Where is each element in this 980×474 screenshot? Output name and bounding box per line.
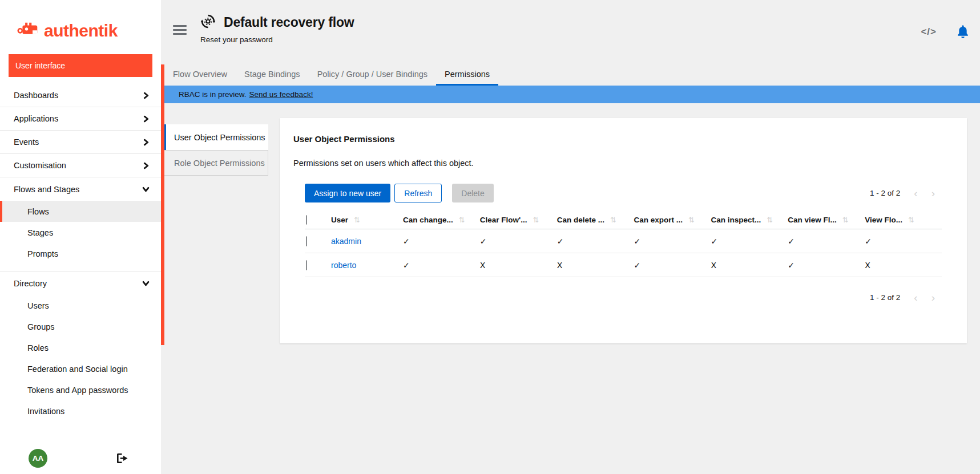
pagination-prev-icon[interactable]: ‹ xyxy=(907,188,924,198)
perm-value: X xyxy=(711,261,788,270)
chevron-right-icon xyxy=(142,162,150,169)
refresh-button[interactable]: Refresh xyxy=(394,184,442,202)
subtab-role-object-permissions[interactable]: Role Object Permissions xyxy=(164,150,268,176)
assign-to-new-user-button[interactable]: Assign to new user xyxy=(305,184,390,202)
sort-icon[interactable]: ⇅ xyxy=(533,216,539,224)
sidebar-item-federation[interactable]: Federation and Social login xyxy=(0,358,161,379)
select-all-checkbox[interactable] xyxy=(306,215,307,225)
brand-logo[interactable]: authentik xyxy=(17,21,161,40)
sidebar-item-prompts[interactable]: Prompts xyxy=(0,243,161,264)
subtab-user-object-permissions[interactable]: User Object Permissions xyxy=(164,124,268,150)
pagination-next-icon[interactable]: › xyxy=(925,292,942,303)
sidebar-item-label: Events xyxy=(14,137,39,147)
sidebar-item-label: Customisation xyxy=(14,161,66,170)
row-checkbox[interactable] xyxy=(306,236,307,246)
sidebar-item-events[interactable]: Events xyxy=(0,131,161,154)
page-title: Default recovery flow xyxy=(224,15,354,30)
perm-value: ✓ xyxy=(788,237,865,246)
column-header: Can view Fl... xyxy=(788,216,837,224)
sidebar-item-groups[interactable]: Groups xyxy=(0,316,161,337)
sidebar-item-label: Directory xyxy=(14,279,47,288)
sidebar-item-stages[interactable]: Stages xyxy=(0,222,161,243)
card-description: Permissions set on users which affect th… xyxy=(293,159,953,168)
table-toolbar: Assign to new user Refresh Delete 1 - 2 … xyxy=(305,184,942,202)
sort-icon[interactable]: ⇅ xyxy=(610,216,616,224)
column-header: Clear Flow'... xyxy=(480,216,527,224)
sidebar-item-tokens[interactable]: Tokens and App passwords xyxy=(0,379,161,400)
sort-icon[interactable]: ⇅ xyxy=(908,216,914,224)
authentik-logo-icon xyxy=(17,21,40,40)
perm-value: ✓ xyxy=(403,261,480,270)
permission-subtabs: User Object Permissions Role Object Perm… xyxy=(164,124,268,176)
pagination-label: 1 - 2 of 2 xyxy=(870,293,900,302)
tab-bar: Flow Overview Stage Bindings Policy / Gr… xyxy=(164,64,980,86)
sidebar-nav: Dashboards Applications Events Customisa… xyxy=(0,84,161,422)
perm-value: X xyxy=(557,261,634,270)
user-object-permissions-card: User Object Permissions Permissions set … xyxy=(280,118,967,343)
table-row: roberto ✓ X X ✓ X ✓ X xyxy=(305,253,942,277)
tab-permissions[interactable]: Permissions xyxy=(436,64,498,86)
table-header-row: User⇅ Can change...⇅ Clear Flow'...⇅ Can… xyxy=(305,210,942,229)
rbac-preview-banner: RBAC is in preview. Send us feedback! xyxy=(164,86,980,103)
feedback-link[interactable]: Send us feedback! xyxy=(249,90,313,99)
column-header: Can delete ... xyxy=(557,216,604,224)
perm-value: ✓ xyxy=(403,237,480,246)
sidebar-item-customisation[interactable]: Customisation xyxy=(0,154,161,177)
api-code-icon[interactable]: </> xyxy=(921,26,937,38)
sort-icon[interactable]: ⇅ xyxy=(354,216,360,224)
sidebar-item-flows-and-stages[interactable]: Flows and Stages xyxy=(0,177,161,201)
row-checkbox[interactable] xyxy=(306,260,307,270)
pagination-prev-icon[interactable]: ‹ xyxy=(907,292,924,303)
sidebar: authentik User interface Dashboards Appl… xyxy=(0,0,161,474)
column-header: Can inspect... xyxy=(711,216,761,224)
column-header: View Flo... xyxy=(865,216,902,224)
perm-value: ✓ xyxy=(634,261,711,270)
flow-icon xyxy=(200,14,216,31)
sidebar-item-applications[interactable]: Applications xyxy=(0,107,161,131)
card-title: User Object Permissions xyxy=(293,134,953,144)
sort-icon[interactable]: ⇅ xyxy=(767,216,773,224)
chevron-down-icon xyxy=(142,279,150,287)
chevron-right-icon xyxy=(142,139,150,146)
sidebar-item-flows[interactable]: Flows xyxy=(0,201,161,222)
hamburger-menu-icon[interactable] xyxy=(173,25,187,35)
perm-value: ✓ xyxy=(557,237,634,246)
perm-value: ✓ xyxy=(480,237,557,246)
sidebar-accent-stripe xyxy=(161,64,164,345)
perm-value: ✓ xyxy=(634,237,711,246)
table-section: Assign to new user Refresh Delete 1 - 2 … xyxy=(305,184,942,303)
pagination-bottom: 1 - 2 of 2 ‹ › xyxy=(870,292,942,303)
tab-flow-overview[interactable]: Flow Overview xyxy=(164,64,236,86)
perm-value: ✓ xyxy=(788,261,865,270)
sidebar-item-label: Applications xyxy=(14,114,58,123)
sort-icon[interactable]: ⇅ xyxy=(459,216,465,224)
chevron-down-icon xyxy=(142,185,150,193)
delete-button: Delete xyxy=(452,184,493,202)
sidebar-item-invitations[interactable]: Invitations xyxy=(0,400,161,422)
main-area: Default recovery flow Reset your passwor… xyxy=(164,0,980,474)
logout-icon[interactable] xyxy=(117,453,128,463)
sidebar-item-directory[interactable]: Directory xyxy=(0,272,161,295)
tab-policy-group-user-bindings[interactable]: Policy / Group / User Bindings xyxy=(309,64,436,86)
sidebar-item-dashboards[interactable]: Dashboards xyxy=(0,84,161,107)
sidebar-item-roles[interactable]: Roles xyxy=(0,337,161,358)
notification-bell-icon[interactable] xyxy=(957,25,969,38)
sidebar-item-user-interface[interactable]: User interface xyxy=(9,54,152,77)
perm-value: ✓ xyxy=(865,237,942,246)
brand-wordmark: authentik xyxy=(44,21,118,40)
user-link[interactable]: akadmin xyxy=(331,237,361,246)
sort-icon[interactable]: ⇅ xyxy=(842,216,849,224)
column-header: Can change... xyxy=(403,216,453,224)
sort-icon[interactable]: ⇅ xyxy=(688,216,695,224)
perm-value: X xyxy=(480,261,557,270)
sidebar-item-users[interactable]: Users xyxy=(0,295,161,316)
permissions-table: User⇅ Can change...⇅ Clear Flow'...⇅ Can… xyxy=(305,210,942,277)
title-block: Default recovery flow Reset your passwor… xyxy=(200,14,354,44)
pagination-next-icon[interactable]: › xyxy=(925,188,942,198)
column-header: Can export ... xyxy=(634,216,683,224)
user-link[interactable]: roberto xyxy=(331,261,356,270)
avatar[interactable]: AA xyxy=(29,449,47,468)
pagination-label: 1 - 2 of 2 xyxy=(870,189,900,197)
pagination-top: 1 - 2 of 2 ‹ › xyxy=(870,188,942,198)
tab-stage-bindings[interactable]: Stage Bindings xyxy=(236,64,309,86)
